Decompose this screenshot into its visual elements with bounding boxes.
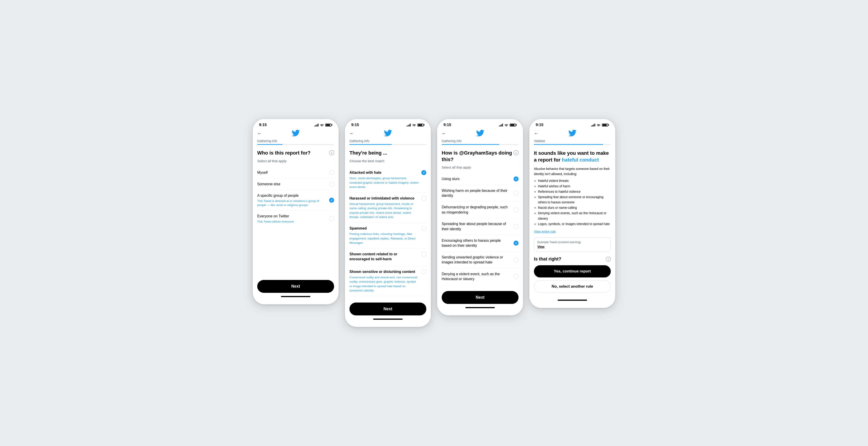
twitter-logo-4 (568, 129, 577, 138)
option-graphic-violence[interactable]: Sending unwanted graphic violence or ima… (442, 252, 519, 268)
option-denying-violent[interactable]: Denying a violent event, such as the Hol… (442, 268, 519, 285)
choice-selfharm-text: Shown content related to or encouraged t… (349, 252, 421, 263)
title-row-3: How is @GrayhamSays doing this? i (442, 150, 519, 164)
section-subtitle-2: Choose the best match (349, 159, 426, 163)
nav-bar-2: ← (345, 129, 431, 138)
content-1: Who is this report for? i Select all tha… (253, 145, 339, 277)
option-myself[interactable]: Myself (257, 167, 334, 179)
wifi-icon-4 (596, 124, 600, 127)
choice-spammed[interactable]: Spammed Posting malicious links, misusin… (349, 223, 426, 249)
select-another-button[interactable]: No, select another rule (534, 280, 611, 293)
option-wishing-harm[interactable]: Wishing harm on people because of their … (442, 185, 519, 202)
choice-selfharm-radio (421, 252, 426, 257)
twitter-logo-2 (383, 129, 392, 138)
choice-selfharm[interactable]: Shown content related to or encouraged t… (349, 249, 426, 266)
choice-sensitive-radio (421, 269, 426, 274)
option-wishing-harm-label: Wishing harm on people because of their … (442, 188, 514, 198)
choice-harassed[interactable]: Harassed or intimidated with violence Se… (349, 193, 426, 223)
info-icon-3[interactable]: i (514, 150, 519, 155)
choice-sensitive-text: Shown sensitive or disturbing content Co… (349, 269, 421, 293)
wifi-icon-1 (320, 124, 324, 127)
progress-bar-3 (442, 144, 519, 145)
info-icon-4[interactable]: i (606, 257, 611, 262)
wifi-icon-2 (412, 124, 416, 127)
progress-label-1: Gathering info (257, 139, 334, 143)
option-everyone-sublabel: This Tweet affects everyone. (257, 220, 327, 224)
progress-label-4: Validate (534, 139, 611, 143)
continue-button[interactable]: Yes, continue report (534, 265, 611, 278)
option-slurs[interactable]: Using slurs (442, 173, 519, 185)
info-icon-1[interactable]: i (329, 150, 334, 155)
back-button-1[interactable]: ← (257, 131, 266, 136)
choice-attacked[interactable]: Attacked with hate Slurs, racial stereot… (349, 167, 426, 193)
option-everyone[interactable]: Everyone on Twitter This Tweet affects e… (257, 211, 334, 227)
status-time-4: 9:15 (536, 123, 544, 127)
option-specific-group-radio (329, 198, 334, 203)
nav-bar-4: ← (529, 129, 615, 138)
option-specific-group[interactable]: A specific group of people This Tweet is… (257, 190, 334, 211)
section-title-3: How is @GrayhamSays doing this? (442, 150, 514, 163)
bullet-list: Hateful violent threats Hateful wishes o… (534, 178, 611, 227)
option-wishing-harm-radio (514, 191, 519, 196)
option-someone-else[interactable]: Someone else (257, 179, 334, 190)
choice-sensitive[interactable]: Shown sensitive or disturbing content Co… (349, 266, 426, 296)
bullet-item-2: References to hateful violence (538, 189, 611, 194)
nav-bar-3: ← (437, 129, 523, 138)
home-indicator-3 (465, 307, 495, 308)
option-encouraging-harass-label: Encouraging others to harass people base… (442, 238, 514, 248)
option-dehumanizing-label: Dehumanizing or degrading people, such a… (442, 205, 514, 215)
phone-screen-1: 9:15 ← (253, 119, 339, 304)
section-title-1: Who is this report for? (257, 150, 311, 156)
choice-spammed-radio (421, 226, 426, 231)
phone-screen-4: 9:15 ← (529, 119, 615, 308)
home-indicator-1 (281, 296, 310, 297)
option-everyone-radio (329, 216, 334, 221)
next-button-3[interactable]: Next (442, 291, 519, 304)
next-button-1[interactable]: Next (257, 280, 334, 293)
option-spreading-fear[interactable]: Spreading fear about people because of t… (442, 218, 519, 235)
option-someone-else-label: Someone else (257, 182, 329, 187)
validate-title-highlight: hateful conduct (562, 157, 599, 163)
option-encouraging-harass[interactable]: Encouraging others to harass people base… (442, 235, 519, 252)
twitter-logo-3 (476, 129, 485, 138)
choice-sensitive-label: Shown sensitive or disturbing content (349, 269, 418, 274)
battery-icon-4 (602, 124, 609, 127)
signal-icon-4 (591, 124, 595, 127)
view-rule-link[interactable]: View entire rule (534, 230, 611, 233)
phone-screen-3: 9:15 ← (437, 119, 523, 315)
nav-bar-1: ← (253, 129, 339, 138)
choice-harassed-label: Harassed or intimidated with violence (349, 196, 418, 201)
content-2: They're being ... Choose the best match … (345, 145, 431, 300)
signal-icon-2 (407, 124, 411, 127)
section-subtitle-3: Select all that apply (442, 165, 519, 169)
option-myself-label: Myself (257, 170, 329, 175)
choice-attacked-text: Attacked with hate Slurs, racial stereot… (349, 170, 421, 189)
progress-fill-2 (349, 144, 392, 145)
phone-screen-2: 9:15 ← (345, 119, 431, 327)
status-icons-1 (314, 124, 332, 127)
status-bar-4: 9:15 (529, 119, 615, 129)
example-tweet-box: Example Tweet (content warning) View (534, 237, 611, 252)
section-subtitle-1: Select all that apply (257, 159, 334, 163)
home-indicator-4 (558, 299, 587, 301)
validate-title: It sounds like you want to make a report… (534, 150, 611, 163)
option-dehumanizing[interactable]: Dehumanizing or degrading people, such a… (442, 201, 519, 218)
content-3: How is @GrayhamSays doing this? i Select… (437, 145, 523, 288)
progress-bar-4 (534, 144, 611, 145)
status-time-3: 9:15 (443, 123, 451, 127)
choice-harassed-text: Harassed or intimidated with violence Se… (349, 196, 421, 219)
option-denying-violent-radio (514, 274, 519, 279)
content-4: It sounds like you want to make a report… (529, 145, 615, 296)
option-spreading-fear-radio (514, 224, 519, 229)
status-icons-2 (407, 124, 425, 127)
screens-container: 9:15 ← (253, 119, 615, 327)
next-button-2[interactable]: Next (349, 302, 426, 315)
bullet-item-4: Racist slurs or name-calling (538, 205, 611, 211)
option-slurs-label: Using slurs (442, 177, 514, 182)
back-button-3[interactable]: ← (442, 131, 450, 136)
progress-bar-1 (257, 144, 334, 145)
progress-bar-2 (349, 144, 426, 145)
back-button-4[interactable]: ← (534, 131, 542, 136)
example-tweet-view-link[interactable]: View (537, 245, 545, 249)
back-button-2[interactable]: ← (349, 131, 358, 136)
